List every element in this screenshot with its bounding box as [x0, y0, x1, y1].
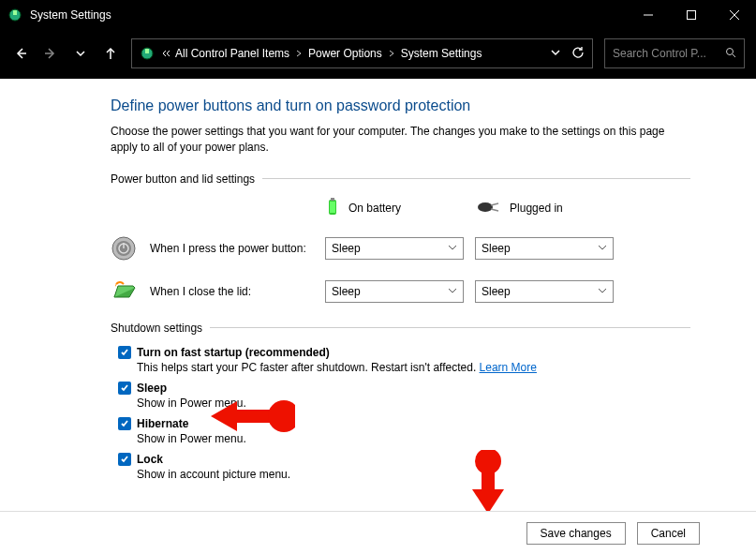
shutdown-item-hibernate: Hibernate Show in Power menu. [118, 417, 690, 445]
up-button[interactable] [101, 44, 120, 63]
column-on-battery: On battery [324, 197, 401, 220]
window-title: System Settings [30, 8, 627, 22]
breadcrumb-dropdown[interactable] [551, 47, 560, 60]
checkbox-label: Turn on fast startup (recommended) [137, 346, 330, 359]
checkbox-sleep[interactable] [118, 382, 131, 395]
svg-point-16 [478, 202, 493, 212]
checkbox-lock[interactable] [118, 453, 131, 466]
checkbox-description: Show in Power menu. [137, 397, 690, 410]
chevron-down-icon [448, 242, 457, 255]
svg-rect-1 [13, 10, 17, 15]
navbar: All Control Panel Items Power Options Sy… [0, 30, 756, 79]
refresh-button[interactable] [571, 46, 585, 62]
power-button-icon [111, 235, 137, 262]
setting-label: When I press the power button: [150, 242, 314, 255]
recent-dropdown-button[interactable] [71, 44, 90, 63]
checkbox-fast-startup[interactable] [118, 346, 131, 359]
maximize-button[interactable] [670, 0, 713, 30]
checkbox-label: Hibernate [137, 417, 188, 430]
cancel-button[interactable]: Cancel [637, 522, 700, 545]
back-button[interactable] [11, 44, 30, 63]
chevron-right-icon [295, 47, 303, 60]
setting-row-close-lid: When I close the lid: Sleep Sleep [111, 278, 690, 305]
select-power-button-plugged[interactable]: Sleep [475, 237, 614, 260]
chevron-left-icon[interactable] [160, 49, 170, 58]
shutdown-item-lock: Lock Show in account picture menu. [118, 453, 690, 481]
svg-rect-15 [330, 202, 335, 213]
laptop-lid-icon [111, 278, 137, 305]
chevron-down-icon [598, 285, 607, 298]
battery-icon [324, 197, 341, 220]
plug-icon [476, 200, 502, 217]
shutdown-item-fast-startup: Turn on fast startup (recommended) This … [118, 346, 690, 374]
search-placeholder: Search Control P... [613, 47, 706, 60]
checkbox-label: Sleep [137, 382, 167, 395]
checkbox-hibernate[interactable] [118, 417, 131, 430]
select-close-lid-plugged[interactable]: Sleep [475, 280, 614, 303]
checkbox-description: This helps start your PC faster after sh… [137, 361, 690, 374]
shutdown-item-sleep: Sleep Show in Power menu. [118, 382, 690, 410]
breadcrumb-item[interactable]: System Settings [401, 47, 482, 60]
breadcrumb-item[interactable]: All Control Panel Items [175, 47, 289, 60]
power-options-icon [140, 46, 155, 61]
column-plugged-in: Plugged in [476, 197, 563, 220]
search-input[interactable]: Search Control P... [604, 38, 745, 68]
breadcrumb[interactable]: All Control Panel Items Power Options Sy… [131, 38, 593, 68]
power-options-icon [7, 7, 22, 22]
titlebar: System Settings [0, 0, 756, 30]
chevron-down-icon [598, 242, 607, 255]
checkbox-label: Lock [137, 453, 163, 466]
svg-rect-14 [331, 198, 334, 201]
search-icon [725, 47, 736, 61]
setting-label: When I close the lid: [150, 285, 314, 298]
checkbox-description: Show in Power menu. [137, 432, 690, 445]
select-power-button-battery[interactable]: Sleep [325, 237, 464, 260]
chevron-down-icon [448, 285, 457, 298]
section-header-shutdown: Shutdown settings [111, 322, 690, 335]
svg-rect-10 [145, 49, 149, 53]
close-button[interactable] [713, 0, 756, 30]
setting-row-power-button: When I press the power button: Sleep Sle… [111, 235, 690, 262]
checkbox-description: Show in account picture menu. [137, 468, 690, 481]
forward-button[interactable] [41, 44, 60, 63]
page-title: Define power buttons and turn on passwor… [111, 97, 690, 114]
breadcrumb-item[interactable]: Power Options [308, 47, 382, 60]
chevron-right-icon [388, 47, 395, 60]
save-changes-button[interactable]: Save changes [526, 522, 626, 545]
learn-more-link[interactable]: Learn More [480, 361, 537, 374]
section-header-power-button: Power button and lid settings [111, 172, 690, 186]
select-close-lid-battery[interactable]: Sleep [325, 280, 464, 303]
svg-line-12 [733, 54, 735, 57]
footer: Save changes Cancel [0, 511, 756, 554]
svg-point-11 [727, 48, 734, 54]
page-description: Choose the power settings that you want … [111, 124, 690, 156]
content-area: Define power buttons and turn on passwor… [0, 79, 756, 481]
svg-rect-3 [688, 11, 696, 20]
minimize-button[interactable] [627, 0, 670, 30]
